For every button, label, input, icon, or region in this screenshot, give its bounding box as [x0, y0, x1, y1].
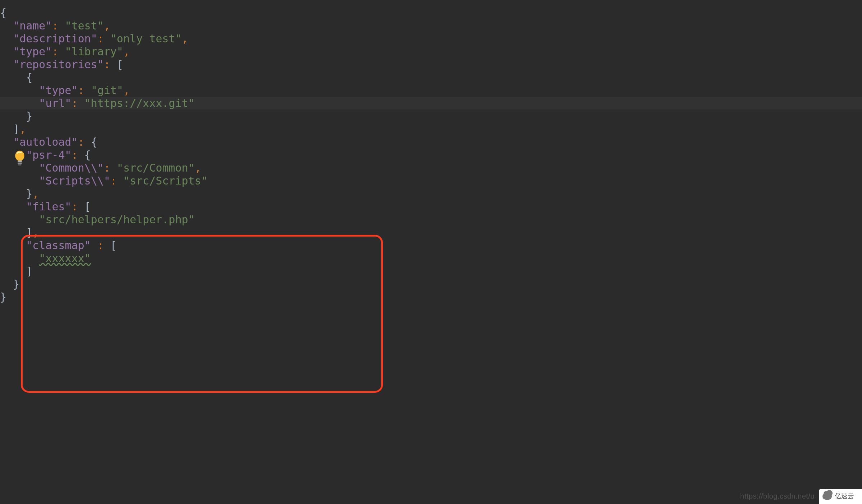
code-token — [117, 174, 123, 187]
watermark-badge-text: 亿速云 — [835, 493, 854, 500]
code-token: , — [123, 45, 130, 58]
code-line[interactable]: ], — [0, 123, 862, 136]
code-token — [59, 19, 65, 32]
code-line[interactable]: "src/helpers/helper.php" — [0, 213, 862, 226]
code-token — [0, 239, 26, 252]
code-token: "xxxxxx" — [39, 252, 91, 265]
code-token — [78, 149, 84, 161]
code-token: , — [32, 226, 39, 239]
code-line[interactable]: "url": "https://xxx.git" — [0, 97, 862, 110]
watermark-badge: 亿速云 — [819, 489, 862, 504]
code-area[interactable]: { "name": "test", "description": "only t… — [0, 6, 862, 304]
code-token: { — [84, 149, 91, 161]
code-token — [0, 162, 39, 174]
code-token — [110, 58, 117, 71]
code-token — [0, 213, 39, 226]
code-token — [104, 239, 110, 252]
code-token — [78, 97, 84, 109]
code-line[interactable]: "Scripts\\": "src/Scripts" — [0, 174, 862, 187]
code-line[interactable]: "xxxxxx" — [0, 252, 862, 265]
code-editor[interactable]: { "name": "test", "description": "only t… — [0, 0, 862, 504]
code-line[interactable]: "name": "test", — [0, 19, 862, 32]
code-line[interactable]: "Common\\": "src/Common", — [0, 162, 862, 174]
code-token — [0, 110, 26, 122]
code-token: ] — [13, 123, 19, 135]
code-token — [110, 162, 117, 174]
code-token: "classmap" — [26, 239, 91, 252]
code-token — [0, 136, 13, 148]
code-token: { — [0, 6, 6, 19]
code-line[interactable]: } — [0, 110, 862, 123]
code-token: ] — [26, 226, 32, 239]
code-line[interactable]: ] — [0, 265, 862, 278]
code-token: : — [71, 149, 78, 161]
code-token: "type" — [13, 45, 52, 58]
code-token: { — [91, 136, 97, 148]
code-token: : — [78, 84, 84, 97]
cloud-icon — [822, 493, 832, 500]
code-token: "name" — [13, 19, 52, 32]
code-token: , — [19, 123, 26, 135]
code-token: "autoload" — [13, 136, 78, 148]
code-line[interactable]: "type": "git", — [0, 84, 862, 97]
code-token: : — [97, 32, 104, 45]
code-token — [91, 239, 97, 252]
code-token — [84, 136, 91, 148]
code-token: , — [104, 19, 110, 32]
code-token — [104, 32, 110, 45]
code-token — [0, 84, 39, 97]
code-token — [84, 84, 91, 97]
code-token: : — [104, 162, 110, 174]
code-line[interactable]: "files": [ — [0, 200, 862, 213]
code-token: [ — [117, 58, 123, 71]
code-token — [0, 278, 13, 290]
code-token — [0, 226, 26, 239]
code-token: : — [97, 239, 104, 252]
code-token — [0, 32, 13, 45]
code-token: : — [71, 200, 78, 213]
code-token: { — [26, 71, 32, 84]
code-token: [ — [84, 200, 91, 213]
code-token: "psr-4" — [26, 149, 71, 161]
code-token — [0, 71, 26, 84]
code-token — [0, 45, 13, 58]
code-token: "library" — [65, 45, 124, 58]
code-token — [0, 187, 26, 200]
code-token: , — [32, 187, 39, 200]
code-token: "Common\\" — [39, 162, 104, 174]
code-token: : — [52, 45, 59, 58]
code-token: "test" — [65, 19, 104, 32]
code-token: : — [52, 19, 59, 32]
code-line[interactable]: }, — [0, 187, 862, 200]
code-line[interactable]: "type": "library", — [0, 45, 862, 58]
code-line[interactable]: "autoload": { — [0, 136, 862, 149]
code-token: : — [78, 136, 84, 148]
code-token: "type" — [39, 84, 78, 97]
code-token: "files" — [26, 200, 71, 213]
code-token — [0, 149, 26, 161]
code-token: , — [123, 84, 130, 97]
code-token: , — [182, 32, 188, 45]
code-token: } — [13, 278, 19, 290]
code-token: } — [0, 291, 6, 303]
code-token — [0, 252, 39, 265]
code-line[interactable]: "classmap" : [ — [0, 239, 862, 252]
code-line[interactable]: "repositories": [ — [0, 58, 862, 71]
code-line[interactable]: "psr-4": { — [0, 149, 862, 162]
code-token: } — [26, 110, 32, 122]
code-token: "https://xxx.git" — [84, 97, 195, 109]
code-line[interactable]: "description": "only test", — [0, 32, 862, 45]
code-line[interactable]: } — [0, 278, 862, 291]
code-line[interactable]: ], — [0, 226, 862, 239]
code-token: : — [71, 97, 78, 109]
code-line[interactable]: { — [0, 6, 862, 19]
code-line[interactable]: { — [0, 71, 862, 84]
code-token: , — [195, 162, 201, 174]
code-token: "Scripts\\" — [39, 174, 110, 187]
code-token: "repositories" — [13, 58, 104, 71]
code-token: } — [26, 187, 32, 200]
code-token: "src/helpers/helper.php" — [39, 213, 194, 226]
code-line[interactable]: } — [0, 291, 862, 304]
code-token: "src/Scripts" — [123, 174, 208, 187]
code-token: "git" — [91, 84, 123, 97]
